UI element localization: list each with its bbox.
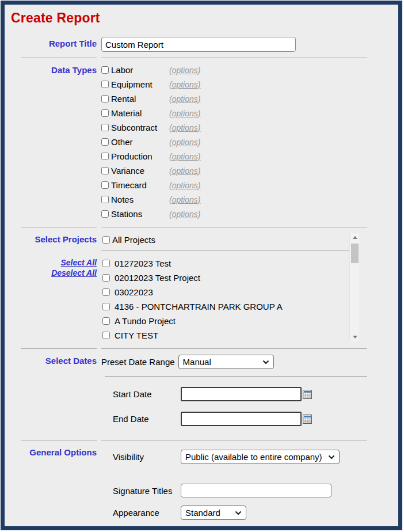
- data-type-options-link[interactable]: (options): [169, 166, 200, 176]
- data-type-checkbox-label[interactable]: Timecard: [101, 180, 169, 190]
- data-type-name: Equipment: [111, 79, 153, 89]
- project-checkbox-label[interactable]: CITY TEST: [101, 330, 158, 340]
- data-type-name: Timecard: [111, 180, 147, 190]
- data-type-row: Timecard (options): [101, 178, 367, 192]
- visibility-value: Public (available to entire company): [185, 452, 322, 462]
- data-type-options-link[interactable]: (options): [169, 138, 200, 147]
- project-checkbox[interactable]: [102, 288, 110, 296]
- start-date-label: Start Date: [101, 389, 170, 399]
- visibility-label: Visibility: [101, 452, 181, 462]
- data-type-options-link[interactable]: (options): [169, 195, 200, 204]
- project-checkbox-label[interactable]: 01272023 Test: [101, 259, 171, 268]
- data-type-checkbox[interactable]: [101, 196, 109, 203]
- data-type-checkbox[interactable]: [101, 210, 109, 218]
- project-checkbox-label[interactable]: 4136 - PONTCHARTRAIN PARK GROUP A: [101, 302, 283, 311]
- all-projects-row: All Projects: [101, 233, 355, 246]
- data-type-checkbox-label[interactable]: Labor: [101, 65, 169, 75]
- chevron-down-icon: [328, 455, 335, 459]
- data-type-options-link[interactable]: (options): [169, 210, 200, 219]
- section-general-options: General Options Visibility Public (avail…: [21, 440, 367, 529]
- data-type-checkbox[interactable]: [101, 81, 109, 88]
- data-type-checkbox-label[interactable]: Material: [101, 108, 169, 118]
- data-type-name: Notes: [111, 195, 134, 204]
- scroll-down-icon[interactable]: [350, 333, 360, 341]
- start-date-input[interactable]: [181, 387, 302, 401]
- appearance-select[interactable]: Standard: [181, 506, 246, 520]
- data-type-checkbox[interactable]: [101, 181, 109, 189]
- dates-divider: [105, 376, 367, 377]
- data-type-name: Other: [111, 137, 133, 147]
- data-type-checkbox-label[interactable]: Stations: [101, 209, 169, 219]
- project-checkbox-label[interactable]: A Tundo Project: [101, 316, 176, 326]
- all-projects-checkbox-label[interactable]: All Projects: [101, 235, 155, 245]
- project-checkbox[interactable]: [102, 260, 110, 267]
- project-checkbox[interactable]: [102, 332, 110, 339]
- project-checkbox[interactable]: [102, 274, 110, 282]
- data-type-options-link[interactable]: (options): [169, 66, 200, 75]
- data-type-checkbox[interactable]: [101, 66, 109, 74]
- data-type-checkbox-label[interactable]: Production: [101, 151, 169, 161]
- data-type-checkbox-label[interactable]: Equipment: [101, 79, 169, 89]
- data-type-checkbox[interactable]: [101, 109, 109, 117]
- section-report-title: Report Title: [21, 32, 367, 58]
- projects-scrollbar[interactable]: [349, 233, 359, 341]
- data-type-name: Material: [111, 108, 142, 118]
- data-type-name: Variance: [111, 166, 144, 176]
- data-type-checkbox-label[interactable]: Rental: [101, 94, 169, 104]
- data-type-options-link[interactable]: (options): [169, 123, 200, 132]
- data-type-checkbox[interactable]: [101, 95, 109, 102]
- select-dates-label: Select Dates: [45, 356, 97, 366]
- chevron-down-icon: [262, 360, 269, 364]
- end-date-input[interactable]: [181, 412, 302, 426]
- data-type-checkbox[interactable]: [101, 153, 109, 160]
- scroll-up-icon[interactable]: [350, 233, 360, 242]
- data-type-checkbox[interactable]: [101, 138, 109, 146]
- data-type-options-link[interactable]: (options): [169, 109, 200, 118]
- report-form: Report Title Data Types Labor (: [21, 32, 367, 530]
- deselect-all-link[interactable]: Deselect All: [21, 268, 97, 278]
- data-type-options-link[interactable]: (options): [169, 80, 200, 89]
- data-type-name: Stations: [111, 209, 142, 219]
- chevron-down-icon: [235, 511, 242, 515]
- data-type-checkbox-label[interactable]: Other: [101, 137, 169, 147]
- report-title-label: Report Title: [49, 39, 97, 48]
- visibility-select[interactable]: Public (available to entire company): [181, 450, 340, 464]
- data-type-row: Variance (options): [101, 164, 367, 178]
- signature-titles-input[interactable]: [181, 484, 331, 497]
- data-type-checkbox[interactable]: [101, 124, 109, 131]
- calendar-icon[interactable]: [303, 390, 312, 399]
- data-type-checkbox[interactable]: [101, 167, 109, 174]
- end-date-label: End Date: [101, 414, 170, 424]
- data-type-checkbox-label[interactable]: Subcontract: [101, 123, 169, 132]
- data-type-options-link[interactable]: (options): [169, 181, 200, 190]
- project-name: 01272023 Test: [115, 259, 171, 268]
- data-type-checkbox-label[interactable]: Variance: [101, 166, 169, 176]
- scrollbar-thumb[interactable]: [351, 244, 359, 263]
- calendar-icon[interactable]: [303, 415, 312, 424]
- report-title-input[interactable]: [101, 37, 296, 52]
- all-projects-checkbox[interactable]: [102, 236, 110, 244]
- projects-list-box: All Projects 01272023 Test: [101, 233, 367, 343]
- appearance-value: Standard: [185, 508, 220, 518]
- data-type-row: Material (options): [101, 106, 367, 120]
- general-options-label: General Options: [29, 447, 97, 457]
- preset-date-range-select[interactable]: Manual: [178, 355, 274, 369]
- project-checkbox[interactable]: [102, 317, 110, 325]
- data-type-checkbox-label[interactable]: Notes: [101, 195, 169, 204]
- data-type-name: Production: [111, 151, 153, 161]
- project-row: 4136 - PONTCHARTRAIN PARK GROUP A: [101, 299, 355, 314]
- project-row: A Tundo Project: [101, 314, 355, 328]
- data-type-options-link[interactable]: (options): [169, 94, 200, 104]
- project-checkbox-label[interactable]: 03022023: [101, 287, 153, 297]
- project-row: 01272023 Test: [101, 256, 355, 271]
- project-checkbox-label[interactable]: 02012023 Test Project: [101, 273, 200, 283]
- select-all-link[interactable]: Select All: [21, 257, 97, 268]
- data-type-options-link[interactable]: (options): [169, 152, 200, 161]
- project-checkbox[interactable]: [102, 303, 110, 310]
- projects-divider: [101, 250, 349, 250]
- project-name: CITY TEST: [115, 330, 158, 340]
- project-name: A Tundo Project: [115, 316, 176, 326]
- project-row: CITY TEST: [101, 328, 355, 343]
- signature-titles-label: Signature Titles: [101, 486, 181, 496]
- data-type-name: Rental: [111, 94, 136, 104]
